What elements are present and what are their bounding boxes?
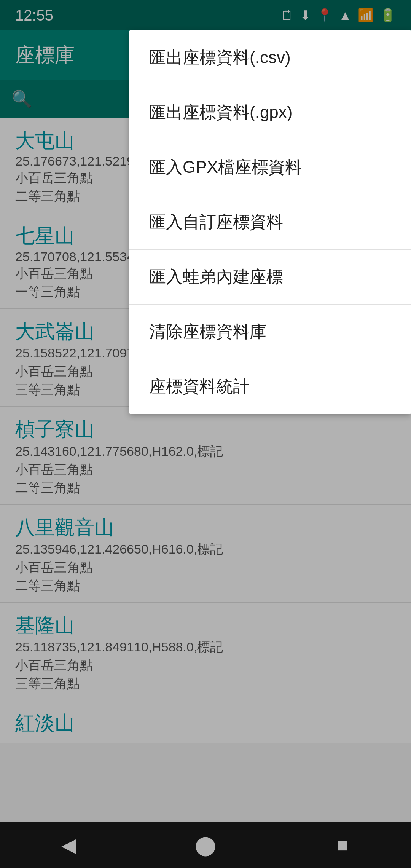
menu-item-export-gpx[interactable]: 匯出座標資料(.gpx) — [129, 85, 411, 140]
menu-item-stats[interactable]: 座標資料統計 — [129, 359, 411, 414]
menu-item-import-builtin[interactable]: 匯入蛙弟內建座標 — [129, 250, 411, 305]
menu-item-export-csv[interactable]: 匯出座標資料(.csv) — [129, 30, 411, 85]
menu-item-import-custom[interactable]: 匯入自訂座標資料 — [129, 195, 411, 250]
menu-item-clear-db[interactable]: 清除座標資料庫 — [129, 305, 411, 359]
menu-item-import-gpx[interactable]: 匯入GPX檔座標資料 — [129, 140, 411, 195]
dropdown-menu: 匯出座標資料(.csv) 匯出座標資料(.gpx) 匯入GPX檔座標資料 匯入自… — [129, 30, 411, 414]
